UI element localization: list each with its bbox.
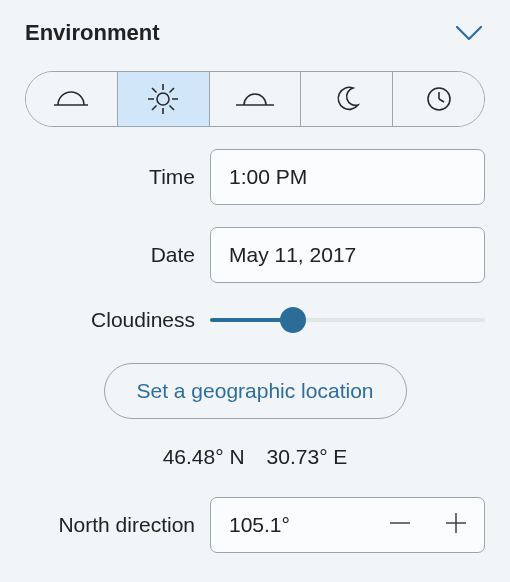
clock-icon [425,85,453,113]
location-button-row: Set a geographic location [25,363,485,419]
time-of-day-segmented [25,71,485,127]
tod-sunset[interactable] [210,72,302,126]
svg-line-7 [170,106,175,111]
tod-sunrise[interactable] [26,72,118,126]
svg-line-13 [439,99,444,102]
north-direction-field[interactable]: 105.1° [210,497,485,553]
tod-night[interactable] [301,72,393,126]
svg-line-9 [170,88,175,93]
time-row: Time 1:00 PM [25,149,485,205]
north-value: 105.1° [211,513,372,537]
svg-line-8 [152,106,157,111]
latitude-value: 46.48° N [163,445,245,469]
sun-icon [146,82,180,116]
date-label: Date [25,243,210,267]
minus-icon [387,510,413,540]
north-label: North direction [25,513,210,537]
tod-custom-time[interactable] [393,72,484,126]
section-header: Environment [25,20,485,46]
time-label: Time [25,165,210,189]
time-value: 1:00 PM [229,165,307,189]
date-value: May 11, 2017 [229,243,356,267]
svg-line-6 [152,88,157,93]
moon-icon [333,85,361,113]
date-row: Date May 11, 2017 [25,227,485,283]
collapse-chevron-icon[interactable] [453,23,485,43]
north-row: North direction 105.1° [25,497,485,553]
slider-thumb[interactable] [280,307,306,333]
svg-point-1 [157,93,169,105]
plus-icon [443,510,469,540]
time-field[interactable]: 1:00 PM [210,149,485,205]
sunrise-icon [54,85,88,113]
north-decrement-button[interactable] [372,498,428,552]
sunset-icon [236,87,274,111]
cloudiness-label: Cloudiness [25,308,210,332]
set-location-button[interactable]: Set a geographic location [104,363,407,419]
section-title: Environment [25,20,159,46]
longitude-value: 30.73° E [267,445,348,469]
cloudiness-row: Cloudiness [25,305,485,335]
date-field[interactable]: May 11, 2017 [210,227,485,283]
cloudiness-slider[interactable] [210,305,485,335]
tod-sun[interactable] [118,72,210,126]
set-location-label: Set a geographic location [137,379,374,403]
north-increment-button[interactable] [428,498,484,552]
coordinates-row: 46.48° N 30.73° E [25,445,485,469]
